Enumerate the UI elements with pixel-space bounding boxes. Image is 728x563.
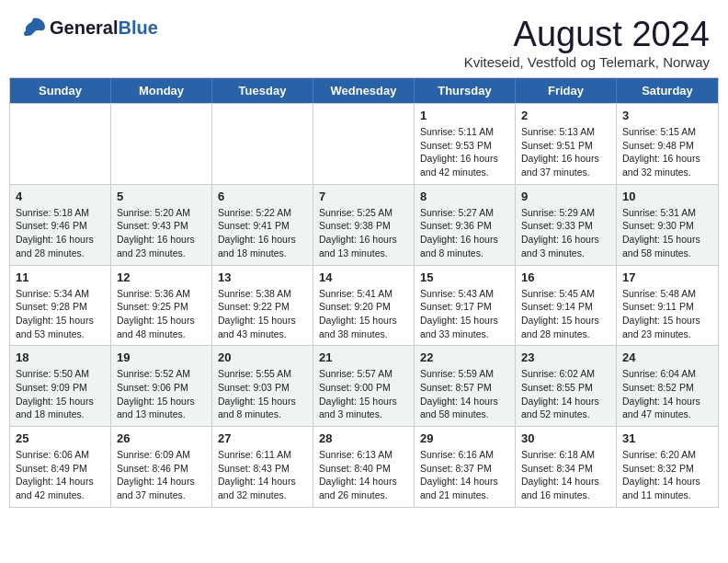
- calendar-cell: 22Sunrise: 5:59 AM Sunset: 8:57 PM Dayli…: [415, 346, 516, 426]
- cell-date-number: 6: [218, 190, 307, 203]
- cell-date-number: 27: [218, 431, 307, 445]
- main-title: August 2024: [464, 15, 710, 54]
- calendar-cell: 24Sunrise: 6:04 AM Sunset: 8:52 PM Dayli…: [617, 346, 718, 426]
- cell-date-number: 24: [622, 350, 712, 364]
- calendar-cell: [10, 104, 111, 184]
- logo-icon: [18, 15, 48, 40]
- cell-date-number: 28: [319, 431, 408, 445]
- calendar-row: 1Sunrise: 5:11 AM Sunset: 9:53 PM Daylig…: [10, 103, 718, 184]
- calendar-row: 11Sunrise: 5:34 AM Sunset: 9:28 PM Dayli…: [10, 265, 718, 346]
- cell-date-number: 18: [16, 350, 105, 364]
- calendar-cell: 31Sunrise: 6:20 AM Sunset: 8:32 PM Dayli…: [617, 427, 718, 507]
- calendar-cell: 28Sunrise: 6:13 AM Sunset: 8:40 PM Dayli…: [313, 427, 415, 507]
- logo: General Blue: [18, 15, 158, 40]
- calendar-cell: 23Sunrise: 6:02 AM Sunset: 8:55 PM Dayli…: [516, 346, 617, 426]
- cell-date-number: 10: [622, 190, 712, 203]
- cell-info-text: Sunrise: 5:57 AM Sunset: 9:00 PM Dayligh…: [319, 367, 408, 421]
- calendar-cell: 6Sunrise: 5:22 AM Sunset: 9:41 PM Daylig…: [212, 185, 313, 265]
- cell-info-text: Sunrise: 5:36 AM Sunset: 9:25 PM Dayligh…: [117, 287, 206, 341]
- cell-date-number: 14: [319, 270, 408, 284]
- cell-info-text: Sunrise: 5:41 AM Sunset: 9:20 PM Dayligh…: [319, 287, 408, 341]
- cell-date-number: 25: [16, 431, 105, 445]
- cell-date-number: 1: [420, 109, 509, 122]
- cell-date-number: 22: [420, 350, 509, 364]
- calendar-cell: 9Sunrise: 5:29 AM Sunset: 9:33 PM Daylig…: [516, 185, 617, 265]
- cell-date-number: 21: [319, 350, 408, 364]
- cell-info-text: Sunrise: 5:38 AM Sunset: 9:22 PM Dayligh…: [218, 287, 307, 341]
- cell-date-number: 3: [622, 109, 712, 122]
- cell-info-text: Sunrise: 6:16 AM Sunset: 8:37 PM Dayligh…: [420, 448, 509, 502]
- calendar-cell: 12Sunrise: 5:36 AM Sunset: 9:25 PM Dayli…: [111, 266, 212, 346]
- cell-date-number: 16: [521, 270, 610, 284]
- cell-info-text: Sunrise: 5:43 AM Sunset: 9:17 PM Dayligh…: [420, 287, 509, 341]
- cell-date-number: 23: [521, 350, 610, 364]
- logo-general: General: [50, 17, 118, 39]
- cell-date-number: 4: [16, 190, 105, 203]
- cell-date-number: 12: [117, 270, 206, 284]
- cell-info-text: Sunrise: 6:04 AM Sunset: 8:52 PM Dayligh…: [622, 367, 712, 421]
- cell-info-text: Sunrise: 6:09 AM Sunset: 8:46 PM Dayligh…: [117, 448, 206, 502]
- calendar-cell: 2Sunrise: 5:13 AM Sunset: 9:51 PM Daylig…: [516, 104, 617, 184]
- calendar-cell: 3Sunrise: 5:15 AM Sunset: 9:48 PM Daylig…: [617, 104, 718, 184]
- cell-date-number: 26: [117, 431, 206, 445]
- cell-date-number: 20: [218, 350, 307, 364]
- page-header: General Blue August 2024 Kviteseid, Vest…: [0, 0, 728, 77]
- calendar-cell: 4Sunrise: 5:18 AM Sunset: 9:46 PM Daylig…: [10, 185, 111, 265]
- cell-info-text: Sunrise: 5:45 AM Sunset: 9:14 PM Dayligh…: [521, 287, 610, 341]
- cell-info-text: Sunrise: 5:34 AM Sunset: 9:28 PM Dayligh…: [16, 287, 105, 341]
- logo-text: General Blue: [50, 17, 158, 39]
- cell-info-text: Sunrise: 5:20 AM Sunset: 9:43 PM Dayligh…: [117, 206, 206, 260]
- calendar-row: 18Sunrise: 5:50 AM Sunset: 9:09 PM Dayli…: [10, 345, 718, 426]
- cell-date-number: 7: [319, 190, 408, 203]
- cell-info-text: Sunrise: 6:13 AM Sunset: 8:40 PM Dayligh…: [319, 448, 408, 502]
- calendar-day-header: Wednesday: [313, 78, 415, 103]
- cell-info-text: Sunrise: 5:50 AM Sunset: 9:09 PM Dayligh…: [16, 367, 105, 421]
- calendar-cell: 20Sunrise: 5:55 AM Sunset: 9:03 PM Dayli…: [212, 346, 313, 426]
- cell-info-text: Sunrise: 5:48 AM Sunset: 9:11 PM Dayligh…: [622, 287, 712, 341]
- cell-date-number: 15: [420, 270, 509, 284]
- cell-info-text: Sunrise: 5:27 AM Sunset: 9:36 PM Dayligh…: [420, 206, 509, 260]
- calendar-row: 25Sunrise: 6:06 AM Sunset: 8:49 PM Dayli…: [10, 426, 718, 507]
- calendar-row: 4Sunrise: 5:18 AM Sunset: 9:46 PM Daylig…: [10, 184, 718, 265]
- cell-date-number: 9: [521, 190, 610, 203]
- logo-blue: Blue: [118, 17, 157, 39]
- calendar-cell: 14Sunrise: 5:41 AM Sunset: 9:20 PM Dayli…: [313, 266, 415, 346]
- cell-info-text: Sunrise: 5:52 AM Sunset: 9:06 PM Dayligh…: [117, 367, 206, 421]
- cell-date-number: 8: [420, 190, 509, 203]
- calendar-day-header: Monday: [111, 78, 212, 103]
- cell-info-text: Sunrise: 5:25 AM Sunset: 9:38 PM Dayligh…: [319, 206, 408, 260]
- calendar-cell: [111, 104, 212, 184]
- calendar-cell: 16Sunrise: 5:45 AM Sunset: 9:14 PM Dayli…: [516, 266, 617, 346]
- calendar-cell: 7Sunrise: 5:25 AM Sunset: 9:38 PM Daylig…: [313, 185, 415, 265]
- calendar-cell: 17Sunrise: 5:48 AM Sunset: 9:11 PM Dayli…: [617, 266, 718, 346]
- cell-date-number: 13: [218, 270, 307, 284]
- cell-date-number: 31: [622, 431, 712, 445]
- cell-info-text: Sunrise: 5:11 AM Sunset: 9:53 PM Dayligh…: [420, 125, 509, 179]
- cell-info-text: Sunrise: 5:18 AM Sunset: 9:46 PM Dayligh…: [16, 206, 105, 260]
- calendar-cell: 5Sunrise: 5:20 AM Sunset: 9:43 PM Daylig…: [111, 185, 212, 265]
- calendar-cell: 29Sunrise: 6:16 AM Sunset: 8:37 PM Dayli…: [415, 427, 516, 507]
- calendar-cell: [313, 104, 415, 184]
- cell-info-text: Sunrise: 5:59 AM Sunset: 8:57 PM Dayligh…: [420, 367, 509, 421]
- cell-info-text: Sunrise: 6:20 AM Sunset: 8:32 PM Dayligh…: [622, 448, 712, 502]
- cell-date-number: 29: [420, 431, 509, 445]
- cell-date-number: 17: [622, 270, 712, 284]
- calendar-cell: 27Sunrise: 6:11 AM Sunset: 8:43 PM Dayli…: [212, 427, 313, 507]
- calendar: SundayMondayTuesdayWednesdayThursdayFrid…: [9, 77, 719, 508]
- cell-info-text: Sunrise: 5:31 AM Sunset: 9:30 PM Dayligh…: [622, 206, 712, 260]
- calendar-day-header: Tuesday: [212, 78, 313, 103]
- calendar-cell: 8Sunrise: 5:27 AM Sunset: 9:36 PM Daylig…: [415, 185, 516, 265]
- cell-date-number: 19: [117, 350, 206, 364]
- cell-info-text: Sunrise: 5:29 AM Sunset: 9:33 PM Dayligh…: [521, 206, 610, 260]
- calendar-cell: 18Sunrise: 5:50 AM Sunset: 9:09 PM Dayli…: [10, 346, 111, 426]
- calendar-cell: 19Sunrise: 5:52 AM Sunset: 9:06 PM Dayli…: [111, 346, 212, 426]
- cell-info-text: Sunrise: 6:02 AM Sunset: 8:55 PM Dayligh…: [521, 367, 610, 421]
- calendar-cell: 25Sunrise: 6:06 AM Sunset: 8:49 PM Dayli…: [10, 427, 111, 507]
- cell-info-text: Sunrise: 5:15 AM Sunset: 9:48 PM Dayligh…: [622, 125, 712, 179]
- calendar-header: SundayMondayTuesdayWednesdayThursdayFrid…: [10, 78, 718, 103]
- calendar-cell: 15Sunrise: 5:43 AM Sunset: 9:17 PM Dayli…: [415, 266, 516, 346]
- cell-date-number: 11: [16, 270, 105, 284]
- calendar-day-header: Saturday: [617, 78, 718, 103]
- calendar-day-header: Sunday: [10, 78, 111, 103]
- calendar-cell: 1Sunrise: 5:11 AM Sunset: 9:53 PM Daylig…: [415, 104, 516, 184]
